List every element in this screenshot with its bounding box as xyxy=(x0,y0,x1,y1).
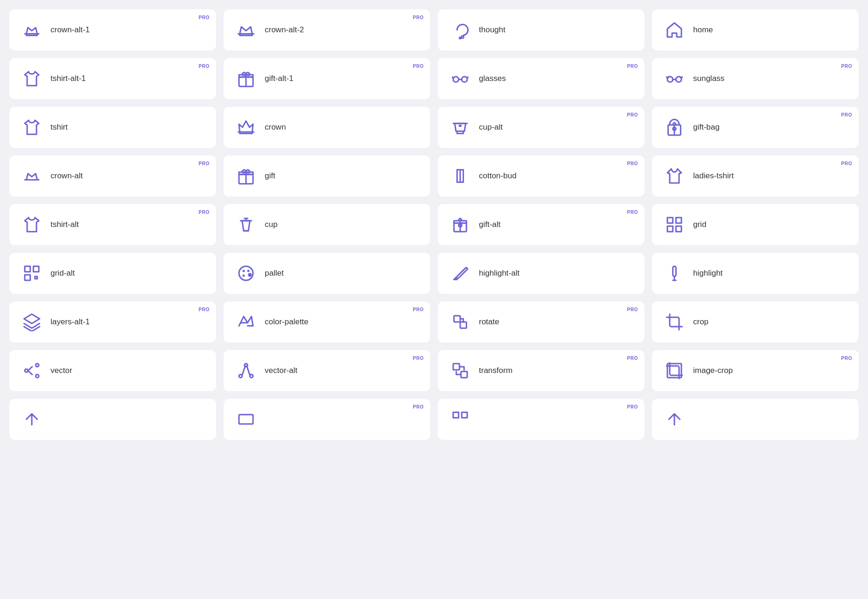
ladies-tshirt-pro-badge: PRO xyxy=(841,161,852,166)
tshirt-alt-pro-badge: PRO xyxy=(199,210,210,215)
vector-label: vector xyxy=(51,366,205,375)
svg-rect-25 xyxy=(35,277,37,279)
card-crop[interactable]: crop xyxy=(652,301,859,343)
card-vector-alt[interactable]: vector-altPRO xyxy=(224,350,430,391)
svg-point-36 xyxy=(36,364,39,367)
glasses-icon xyxy=(449,67,471,90)
card-pallet[interactable]: pallet xyxy=(224,253,430,294)
card-partial-1[interactable] xyxy=(9,399,216,440)
card-vector[interactable]: vector xyxy=(9,350,216,391)
image-crop-pro-badge: PRO xyxy=(841,356,852,361)
rotate-label: rotate xyxy=(479,317,633,327)
card-rotate[interactable]: rotatePRO xyxy=(438,301,644,343)
image-crop-icon xyxy=(663,359,686,382)
vector-alt-label: vector-alt xyxy=(265,366,419,375)
svg-rect-45 xyxy=(453,412,459,418)
svg-point-27 xyxy=(243,270,245,272)
layers-alt-1-pro-badge: PRO xyxy=(199,307,210,312)
card-ladies-tshirt[interactable]: ladies-tshirtPRO xyxy=(652,155,859,197)
crop-icon xyxy=(663,311,686,333)
highlight-alt-label: highlight-alt xyxy=(479,269,633,278)
card-crown[interactable]: crown xyxy=(224,107,430,148)
grid-alt-label: grid-alt xyxy=(51,269,205,278)
svg-point-0 xyxy=(462,36,464,38)
svg-rect-46 xyxy=(462,412,467,418)
card-sunglass[interactable]: sunglassPRO xyxy=(652,58,859,99)
ladies-tshirt-icon xyxy=(663,165,686,187)
card-thought[interactable]: thought xyxy=(438,9,644,51)
card-tshirt-alt-1[interactable]: tshirt-alt-1PRO xyxy=(9,58,216,99)
svg-rect-33 xyxy=(454,316,460,322)
partial-1-icon xyxy=(21,408,43,431)
svg-rect-22 xyxy=(25,266,30,272)
card-tshirt[interactable]: tshirt xyxy=(9,107,216,148)
svg-point-28 xyxy=(247,270,250,272)
svg-rect-31 xyxy=(673,266,676,277)
svg-rect-42 xyxy=(461,372,467,378)
svg-rect-19 xyxy=(676,218,681,223)
card-grid[interactable]: grid xyxy=(652,204,859,245)
tshirt-alt-1-icon xyxy=(21,67,43,90)
card-color-palette[interactable]: color-palettePRO xyxy=(224,301,430,343)
svg-rect-34 xyxy=(460,322,466,328)
card-cup[interactable]: cup xyxy=(224,204,430,245)
grid-icon xyxy=(663,213,686,236)
card-gift-bag[interactable]: gift-bagPRO xyxy=(652,107,859,148)
layers-alt-1-label: layers-alt-1 xyxy=(51,317,205,327)
gift-alt-icon xyxy=(449,213,471,236)
layers-alt-1-icon xyxy=(21,311,43,333)
vector-alt-icon xyxy=(235,359,257,382)
svg-point-4 xyxy=(462,77,467,82)
svg-rect-20 xyxy=(667,226,673,232)
card-home[interactable]: home xyxy=(652,9,859,51)
gift-alt-1-pro-badge: PRO xyxy=(413,64,424,69)
crown-alt-pro-badge: PRO xyxy=(199,161,210,166)
color-palette-label: color-palette xyxy=(265,317,419,327)
card-grid-alt[interactable]: grid-alt xyxy=(9,253,216,294)
pallet-icon xyxy=(235,262,257,285)
sunglass-label: sunglass xyxy=(693,74,847,83)
crown-alt-1-icon xyxy=(21,19,43,41)
crown-alt-icon xyxy=(21,165,43,187)
card-gift-alt[interactable]: gift-altPRO xyxy=(438,204,644,245)
svg-marker-32 xyxy=(24,314,39,323)
svg-rect-41 xyxy=(453,364,459,370)
glasses-pro-badge: PRO xyxy=(627,64,638,69)
image-crop-label: image-crop xyxy=(693,366,847,375)
color-palette-icon xyxy=(235,311,257,333)
card-cotton-bud[interactable]: cotton-budPRO xyxy=(438,155,644,197)
cotton-bud-icon xyxy=(449,165,471,187)
gift-icon xyxy=(235,165,257,187)
card-glasses[interactable]: glassesPRO xyxy=(438,58,644,99)
card-partial-3[interactable]: PRO xyxy=(438,399,644,440)
card-crown-alt-1[interactable]: crown-alt-1PRO xyxy=(9,9,216,51)
card-crown-alt-2[interactable]: crown-alt-2PRO xyxy=(224,9,430,51)
card-highlight[interactable]: highlight xyxy=(652,253,859,294)
svg-point-37 xyxy=(36,374,39,378)
card-cup-alt[interactable]: cup-altPRO xyxy=(438,107,644,148)
highlight-alt-icon xyxy=(449,262,471,285)
cup-label: cup xyxy=(265,220,419,229)
thought-label: thought xyxy=(479,25,633,35)
card-layers-alt-1[interactable]: layers-alt-1PRO xyxy=(9,301,216,343)
svg-rect-18 xyxy=(667,218,673,223)
vector-alt-pro-badge: PRO xyxy=(413,356,424,361)
card-partial-2[interactable]: PRO xyxy=(224,399,430,440)
svg-point-29 xyxy=(243,275,245,277)
card-crown-alt[interactable]: crown-altPRO xyxy=(9,155,216,197)
card-highlight-alt[interactable]: highlight-alt xyxy=(438,253,644,294)
cotton-bud-pro-badge: PRO xyxy=(627,161,638,166)
card-partial-4[interactable] xyxy=(652,399,859,440)
gift-alt-label: gift-alt xyxy=(479,220,633,229)
card-gift-alt-1[interactable]: gift-alt-1PRO xyxy=(224,58,430,99)
home-icon xyxy=(663,19,686,41)
card-transform[interactable]: transformPRO xyxy=(438,350,644,391)
tshirt-alt-1-pro-badge: PRO xyxy=(199,64,210,69)
card-gift[interactable]: gift xyxy=(224,155,430,197)
card-image-crop[interactable]: image-cropPRO xyxy=(652,350,859,391)
cup-alt-icon xyxy=(449,116,471,139)
crown-alt-2-pro-badge: PRO xyxy=(413,15,424,20)
grid-label: grid xyxy=(693,220,847,229)
card-tshirt-alt[interactable]: tshirt-altPRO xyxy=(9,204,216,245)
gift-alt-1-icon xyxy=(235,67,257,90)
